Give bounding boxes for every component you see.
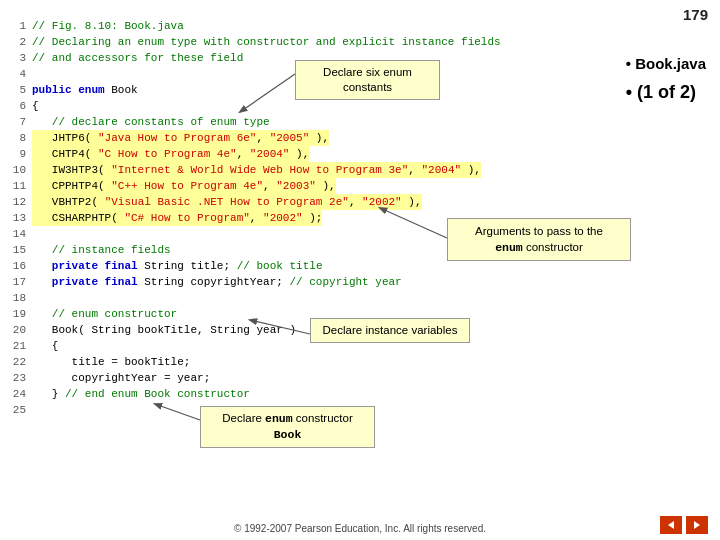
code-line-1: 1 // Fig. 8.10: Book.java [8, 18, 438, 34]
callout-arguments: Arguments to pass to theenum constructor [447, 218, 631, 261]
callout-enum-constructor: Declare enum constructor Book [200, 406, 375, 448]
nav-back-button[interactable] [660, 516, 682, 534]
right-info-panel: • Book.java • (1 of 2) [626, 55, 706, 103]
code-line-15: 15 // instance fields [8, 242, 438, 258]
book-title-label: • Book.java [626, 55, 706, 72]
nav-forward-button[interactable] [686, 516, 708, 534]
svg-marker-5 [694, 521, 700, 529]
code-line-17: 17 private final String copyrightYear; /… [8, 274, 438, 290]
back-arrow-icon [666, 520, 676, 530]
page-of-label: • (1 of 2) [626, 82, 706, 103]
code-line-16: 16 private final String title; // book t… [8, 258, 438, 274]
code-line-9: 9 CHTP4( "C How to Program 4e", "2004" )… [8, 146, 438, 162]
code-line-7: 7 // declare constants of enum type [8, 114, 438, 130]
page-number: 179 [683, 6, 708, 23]
code-line-24: 24 } // end enum Book constructor [8, 386, 438, 402]
code-line-12: 12 VBHTP2( "Visual Basic .NET How to Pro… [8, 194, 438, 210]
code-line-22: 22 title = bookTitle; [8, 354, 438, 370]
code-line-13: 13 CSHARPHTP( "C# How to Program", "2002… [8, 210, 438, 226]
code-line-8: 8 JHTP6( "Java How to Program 6e", "2005… [8, 130, 438, 146]
footer-text: © 1992-2007 Pearson Education, Inc. All … [0, 523, 720, 534]
callout-instance-vars: Declare instance variables [310, 318, 470, 343]
callout-declare-six: Declare six enum constants [295, 60, 440, 100]
code-line-23: 23 copyrightYear = year; [8, 370, 438, 386]
code-line-14: 14 [8, 226, 438, 242]
code-line-11: 11 CPPHTP4( "C++ How to Program 4e", "20… [8, 178, 438, 194]
code-line-2: 2 // Declaring an enum type with constru… [8, 34, 438, 50]
code-line-10: 10 IW3HTP3( "Internet & World Wide Web H… [8, 162, 438, 178]
code-line-18: 18 [8, 290, 438, 306]
nav-arrows [660, 516, 708, 534]
code-line-6: 6 { [8, 98, 438, 114]
svg-marker-4 [668, 521, 674, 529]
forward-arrow-icon [692, 520, 702, 530]
